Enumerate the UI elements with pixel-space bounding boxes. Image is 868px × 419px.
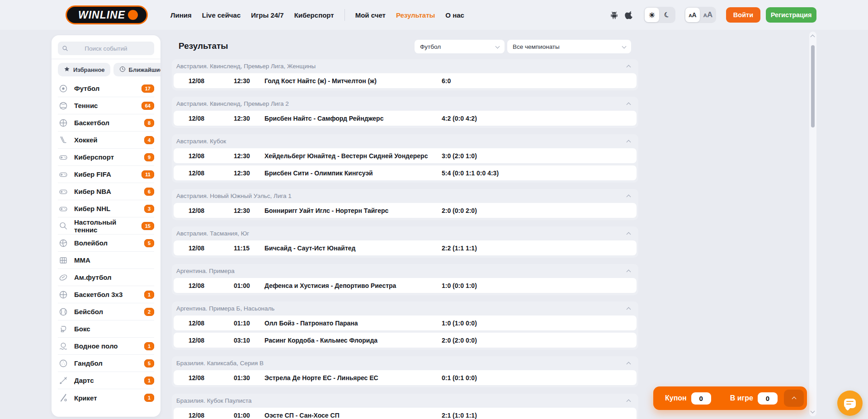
- sidebar-item-mma[interactable]: ММА: [58, 252, 154, 269]
- sidebar-item-table-tennis[interactable]: Настольный теннис 15: [58, 217, 154, 235]
- sidebar-item-cybersport[interactable]: Киберспорт 9: [58, 149, 154, 166]
- coupon-count: 0: [691, 392, 711, 405]
- font-large-button[interactable]: ᴀA: [701, 8, 715, 22]
- chat-bubble-icon: [844, 399, 856, 408]
- sidebar-item-darts[interactable]: Дартс 1: [58, 372, 154, 389]
- sidebar-item-volleyball[interactable]: Волейбол 5: [58, 235, 154, 252]
- ingame-label: В игре: [730, 394, 753, 402]
- sidebar-item-basketball-3x3[interactable]: Баскетбол 3х3 1: [58, 286, 154, 303]
- league-title: Австралия. Новый Южный Уэльс, Лига 1: [172, 193, 292, 199]
- results-groups: Австралия. Квинсленд, Премьер Лига, Женщ…: [172, 59, 638, 419]
- group-header[interactable]: Австралия. Новый Южный Уэльс, Лига 1: [172, 189, 638, 203]
- match-score: 2:2 (1:1 1:1): [442, 245, 637, 252]
- chevron-up-icon: [792, 397, 796, 401]
- group-header[interactable]: Австралия. Квинсленд, Премьер Лига, Женщ…: [172, 59, 638, 73]
- match-row[interactable]: 12/08 11:15 Бичсайд - Саут-Ист Юнайтед 2…: [174, 240, 637, 255]
- android-app-icon[interactable]: [609, 9, 619, 20]
- search-icon: [61, 45, 69, 52]
- gamepad-icon: [58, 152, 69, 163]
- nav-results[interactable]: Результаты: [396, 11, 435, 19]
- login-button[interactable]: Войти: [726, 7, 760, 23]
- event-count-badge: 5: [144, 359, 154, 367]
- match-date: 12/08: [189, 282, 234, 289]
- tabletennis-icon: [58, 221, 69, 231]
- match-row[interactable]: 12/08 12:30 Бонниригг Уайт Иглс - Нортер…: [174, 203, 637, 218]
- mma-icon: [58, 255, 69, 266]
- sidebar-item-cyber-nhl[interactable]: Кибер NHL 3: [58, 200, 154, 217]
- dark-theme-button[interactable]: ☾: [660, 8, 675, 22]
- nav-cybersport[interactable]: Киберспорт: [294, 11, 334, 19]
- winline-logo[interactable]: WINLINE: [66, 5, 148, 24]
- group-header[interactable]: Австралия. Квинсленд, Премьер Лига 2: [172, 97, 638, 111]
- sport-label: Футбол: [74, 85, 99, 92]
- sport-filter-select[interactable]: Футбол: [415, 40, 505, 53]
- sidebar-item-cyber-nba[interactable]: Кибер NBA 6: [58, 183, 154, 200]
- match-teams: Бонниригг Уайт Иглс - Нортерн Тайгерс: [264, 207, 442, 214]
- scrollbar-thumb[interactable]: [811, 45, 815, 127]
- nav-liniya[interactable]: Линия: [170, 11, 192, 19]
- group-header[interactable]: Австралия. Тасмания, Юг: [172, 226, 638, 240]
- collapse-icon: [627, 103, 631, 107]
- nav-my-account[interactable]: Мой счет: [355, 11, 386, 19]
- waterpolo-icon: [58, 341, 69, 352]
- group-header[interactable]: Бразилия. Капиксаба, Серия B: [172, 356, 638, 370]
- filter-favorites[interactable]: Избранное: [58, 63, 110, 76]
- collapse-icon: [627, 307, 631, 312]
- nav-games-247[interactable]: Игры 24/7: [251, 11, 283, 19]
- sidebar-item-cyber-fifa[interactable]: Кибер FIFA 11: [58, 166, 154, 183]
- sidebar-item-water-polo[interactable]: Водное поло 1: [58, 338, 154, 355]
- match-row[interactable]: 12/08 12:30 Голд Кост Найтс (ж) - Митчел…: [174, 73, 637, 88]
- sports-list: Футбол 17 Теннис 64 Баскетбол 8 Хоккей 4…: [52, 80, 160, 406]
- scroll-down-icon[interactable]: [811, 409, 815, 414]
- match-row[interactable]: 12/08 12:30 Хейдельберг Юнайтед - Вестер…: [174, 148, 637, 163]
- logo-dot-icon: [128, 10, 138, 20]
- light-theme-button[interactable]: ☀: [645, 8, 659, 22]
- match-score: 1:0 (1:0 0:0): [442, 320, 637, 327]
- sidebar-item-boxing[interactable]: Бокс: [58, 320, 154, 338]
- nav-live[interactable]: Live сейчас: [202, 11, 241, 19]
- match-row[interactable]: 12/08 12:30 Брисбен Сити - Олимпик Кингс…: [174, 165, 637, 180]
- match-row[interactable]: 12/08 03:10 Расинг Кордоба - Кильмес Фло…: [174, 333, 637, 348]
- sport-label: Дартс: [74, 377, 94, 384]
- match-date: 12/08: [189, 320, 234, 327]
- sidebar-item-hockey[interactable]: Хоккей 4: [58, 132, 154, 149]
- group-header[interactable]: Бразилия. Кубок Паулиста: [172, 394, 638, 408]
- event-count-badge: 2: [144, 308, 154, 316]
- championship-filter-select[interactable]: Все чемпионаты: [507, 40, 631, 53]
- sidebar-item-handball[interactable]: Гандбол 5: [58, 355, 154, 372]
- coupon-expand-button[interactable]: [784, 390, 804, 407]
- sidebar-item-football[interactable]: Футбол 17: [58, 80, 154, 97]
- match-row[interactable]: 12/08 01:10 Олл Бойз - Патронато Парана …: [174, 315, 637, 330]
- search-input[interactable]: [58, 42, 154, 55]
- sidebar-item-am-football[interactable]: Ам.футбол: [58, 269, 154, 286]
- sidebar-item-baseball[interactable]: Бейсбол 2: [58, 303, 154, 320]
- match-row[interactable]: 12/08 01:00 Дефенса и Хустисия - Депорти…: [174, 278, 637, 293]
- match-row[interactable]: 12/08 01:30 Эстрела Де Норте ЕС - Линьяр…: [174, 370, 637, 385]
- group-header[interactable]: Австралия. Кубок: [172, 134, 638, 148]
- sport-label: Теннис: [74, 102, 98, 109]
- filter-upcoming[interactable]: Ближайшие: [113, 63, 160, 76]
- basketball-icon: [58, 289, 69, 300]
- scroll-up-icon[interactable]: [811, 35, 815, 39]
- nav-about[interactable]: О нас: [445, 11, 464, 19]
- match-teams: Эстрела Де Норте ЕС - Линьярес ЕС: [264, 374, 442, 381]
- coupon-bar[interactable]: Купон 0 В игре 0: [653, 386, 807, 410]
- gamepad-icon: [58, 186, 69, 197]
- group-header[interactable]: Аргентина. Примера: [172, 264, 638, 278]
- match-row[interactable]: 12/08 01:00 Оэсте СП - Сан-Хосе СП 2:1 (…: [174, 408, 637, 419]
- group-header[interactable]: Аргентина. Примера Б, Насьональ: [172, 301, 638, 315]
- league-title: Австралия. Квинсленд, Премьер Лига, Женщ…: [172, 63, 316, 70]
- sidebar-item-tennis[interactable]: Теннис 64: [58, 97, 154, 114]
- match-row[interactable]: 12/08 12:30 Брисбен Найтс - Самфорд Рейн…: [174, 111, 637, 126]
- font-small-label: ᴀA: [689, 11, 696, 19]
- sidebar-item-cricket[interactable]: Крикет 1: [58, 389, 154, 406]
- search-box: [58, 42, 154, 55]
- font-small-button[interactable]: ᴀA: [685, 8, 700, 22]
- chat-button[interactable]: [837, 391, 863, 416]
- page-scrollbar: [809, 32, 816, 416]
- register-button[interactable]: Регистрация: [766, 7, 816, 23]
- sidebar-item-basketball[interactable]: Баскетбол 8: [58, 114, 154, 132]
- apple-app-icon[interactable]: [624, 9, 635, 20]
- cricket-icon: [58, 392, 69, 403]
- results-filters: Футбол Все чемпионаты: [415, 40, 631, 53]
